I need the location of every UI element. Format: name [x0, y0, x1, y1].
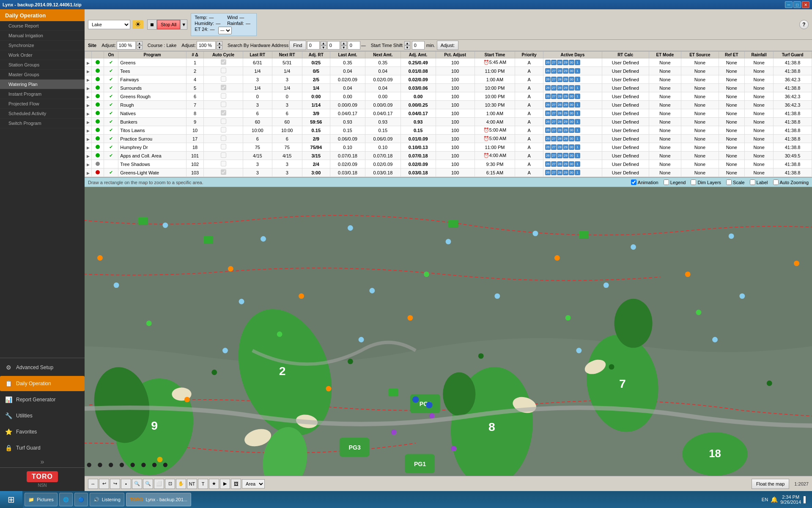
- cell-on[interactable]: ✔: [104, 75, 118, 84]
- site-adjust-up[interactable]: ▲: [137, 41, 143, 45]
- cell-auto-cycle[interactable]: [204, 126, 243, 135]
- cell-auto-cycle[interactable]: [204, 160, 243, 168]
- table-row[interactable]: ▶ ✔ Humphrey Dr 18 75 75 75/94 0.10 0.10…: [85, 143, 812, 152]
- cell-auto-cycle[interactable]: [204, 152, 243, 160]
- label-checkbox[interactable]: Label: [750, 179, 768, 185]
- map-tool-nt[interactable]: NT: [187, 479, 197, 489]
- find-input-3[interactable]: [348, 41, 360, 50]
- table-row[interactable]: ▶ ✔ Natives 8 6 6 3/9 0.04/0.17 0.04/0.1…: [85, 109, 812, 118]
- stop-all-dropdown[interactable]: ▼: [180, 20, 187, 29]
- cell-auto-cycle[interactable]: [204, 75, 243, 84]
- cell-expand[interactable]: ▶: [85, 143, 92, 152]
- cell-on[interactable]: ✔: [104, 135, 118, 143]
- cell-auto-cycle[interactable]: [204, 84, 243, 92]
- weather-icon-btn[interactable]: ☀: [132, 20, 144, 29]
- cell-on[interactable]: ✔: [104, 101, 118, 109]
- table-row[interactable]: ▶ ✔ Rough 7 3 3 1/14 0.00/0.09 0.00/0.09…: [85, 101, 812, 109]
- cell-expand[interactable]: ▶: [85, 67, 92, 75]
- cell-on[interactable]: ✔: [104, 168, 118, 177]
- find-button[interactable]: Find: [289, 41, 306, 50]
- find-down-2[interactable]: ▼: [341, 45, 347, 50]
- table-row[interactable]: ▶ ✔ Greens Rough 6 0 0 0:00 0.00 0.00 0.…: [85, 92, 812, 101]
- map-tool-zoom-in[interactable]: 🔍: [132, 479, 142, 489]
- maximize-button[interactable]: □: [793, 1, 801, 8]
- shift-down[interactable]: ▼: [404, 45, 410, 50]
- area-select[interactable]: Area: [242, 479, 265, 489]
- cell-auto-cycle[interactable]: [204, 58, 243, 67]
- stop-all-button[interactable]: Stop All: [157, 20, 180, 29]
- cell-on[interactable]: ✔: [104, 126, 118, 135]
- table-row[interactable]: ▶ ✔ Practice Surrou 17 6 6 2/9 0.06/0.09…: [85, 135, 812, 143]
- cell-expand[interactable]: ▶: [85, 109, 92, 118]
- course-adjust-down[interactable]: ▼: [217, 45, 222, 50]
- taskbar-show-desktop[interactable]: ▌: [804, 496, 808, 503]
- cell-expand[interactable]: ▶: [85, 168, 92, 177]
- animation-checkbox[interactable]: Animation: [631, 179, 658, 185]
- cell-on[interactable]: ✔: [104, 58, 118, 67]
- shift-input[interactable]: [412, 41, 425, 50]
- cell-expand[interactable]: ▶: [85, 135, 92, 143]
- taskbar-item-lynx[interactable]: TORO Lynx - backup.201...: [126, 493, 191, 506]
- map-tool-dot[interactable]: •: [121, 479, 131, 489]
- table-row[interactable]: ▶ ✔ Greens-Light Wate 103 3 3 3:00 0.03/…: [85, 168, 812, 177]
- find-input-2[interactable]: [327, 41, 340, 50]
- minimize-button[interactable]: ─: [785, 1, 793, 8]
- cell-on[interactable]: ✔: [104, 67, 118, 75]
- auto-zooming-checkbox[interactable]: Auto Zooming: [773, 179, 809, 185]
- table-row[interactable]: ▶ ✔ Surrounds 5 1/4 1/4 1/4 0.04 0.04 0.…: [85, 84, 812, 92]
- map-tool-zoom-out[interactable]: 🔍: [143, 479, 153, 489]
- cell-on[interactable]: ✔: [104, 92, 118, 101]
- sidebar-subitem-projected-flow[interactable]: Projected Flow: [0, 99, 85, 109]
- find-up-1[interactable]: ▲: [321, 41, 326, 45]
- sidebar-subitem-station-groups[interactable]: Station Groups: [0, 60, 85, 70]
- map-tool-zoom-all[interactable]: ⊡: [165, 479, 175, 489]
- sidebar-subitem-switch-program[interactable]: Switch Program: [0, 119, 85, 128]
- taskbar-item-ie[interactable]: 🌐: [59, 493, 73, 506]
- cell-expand[interactable]: ▶: [85, 126, 92, 135]
- cell-expand[interactable]: ▶: [85, 92, 92, 101]
- cell-expand[interactable]: ▶: [85, 75, 92, 84]
- dim-layers-checkbox[interactable]: Dim Layers: [691, 179, 721, 185]
- sidebar-subitem-manual-irrigation[interactable]: Manual Irrigation: [0, 31, 85, 41]
- map-tool-redo[interactable]: ↪: [110, 479, 120, 489]
- site-adjust-input[interactable]: [117, 41, 136, 50]
- table-row[interactable]: ▶ ✔ Bunkers 9 60 60 59:56 0.93 0.93 0.93…: [85, 118, 812, 126]
- map-tool-undo[interactable]: ↩: [99, 479, 109, 489]
- sidebar-subitem-synchronize[interactable]: Synchronize: [0, 41, 85, 50]
- find-up-2[interactable]: ▲: [341, 41, 347, 45]
- table-row[interactable]: ▶ ✔ Tees 2 1/4 1/4 0/5 0.04 0.04 0.01/0.…: [85, 67, 812, 75]
- table-row[interactable]: ▶ Tree Shadows 102 3 3 2/4 0.02/0.09 0.0…: [85, 160, 812, 168]
- cell-auto-cycle[interactable]: [204, 168, 243, 177]
- cell-expand[interactable]: ▶: [85, 101, 92, 109]
- cell-auto-cycle[interactable]: [204, 101, 243, 109]
- shift-up[interactable]: ▲: [404, 41, 410, 45]
- cell-on[interactable]: ✔: [104, 84, 118, 92]
- site-adjust-down[interactable]: ▼: [137, 45, 143, 50]
- auto-zooming-check-input[interactable]: [773, 179, 779, 185]
- sidebar-subitem-instant-program[interactable]: Instant Program: [0, 89, 85, 99]
- sidebar-nav-turf-guard[interactable]: 🔒 Turf Guard: [0, 440, 85, 456]
- scale-check-input[interactable]: [726, 179, 732, 185]
- sidebar-nav-daily-operation[interactable]: 📋 Daily Operation: [0, 376, 85, 391]
- cell-expand[interactable]: ▶: [85, 58, 92, 67]
- sidebar-subitem-master-groups[interactable]: Master Groups: [0, 70, 85, 80]
- course-adjust-up[interactable]: ▲: [217, 41, 222, 45]
- taskbar-item-chrome[interactable]: 🔵: [74, 493, 88, 506]
- map-tool-move[interactable]: ↔: [88, 479, 98, 489]
- find-down-1[interactable]: ▼: [321, 45, 326, 50]
- table-row[interactable]: ▶ ✔ Titos Lawns 10 10:00 10:00 0.15 0.15…: [85, 126, 812, 135]
- cell-auto-cycle[interactable]: [204, 67, 243, 75]
- help-button[interactable]: ?: [799, 20, 809, 29]
- cell-on[interactable]: ✔: [104, 143, 118, 152]
- course-adjust-input[interactable]: [197, 41, 216, 50]
- close-button[interactable]: ✕: [802, 1, 809, 8]
- table-row[interactable]: ▶ ✔ Fairways 4 3 3 2/5 0.02/0.09 0.02/0.…: [85, 75, 812, 84]
- legend-check-input[interactable]: [664, 179, 669, 185]
- cell-auto-cycle[interactable]: [204, 143, 243, 152]
- map-tool-img[interactable]: 🖼: [231, 479, 241, 489]
- sidebar-nav-utilities[interactable]: 🔧 Utilities: [0, 408, 85, 423]
- taskbar-item-listening[interactable]: 🔊 Listening: [90, 493, 124, 506]
- cell-expand[interactable]: ▶: [85, 152, 92, 160]
- sidebar-nav-report-generator[interactable]: 📊 Report Generator: [0, 392, 85, 407]
- et24-select[interactable]: —: [218, 27, 232, 34]
